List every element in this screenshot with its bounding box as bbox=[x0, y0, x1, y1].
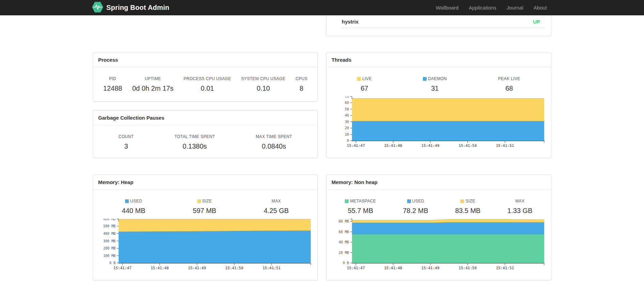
memory-heap-card: Memory: Heap USED 440 MB SIZE 597 MB MAX… bbox=[93, 174, 318, 280]
svg-text:15:41:51: 15:41:51 bbox=[496, 266, 514, 270]
stat-heap-used: USED 440 MB bbox=[122, 199, 145, 215]
svg-text:600 MB: 600 MB bbox=[103, 219, 116, 221]
top-navbar: Spring Boot Admin Wallboard Applications… bbox=[0, 0, 644, 15]
svg-text:100 MB: 100 MB bbox=[103, 254, 116, 258]
svg-text:15:41:48: 15:41:48 bbox=[384, 143, 402, 148]
stat-nonheap-used: USED 78.2 MB bbox=[403, 199, 428, 215]
svg-text:15:41:51: 15:41:51 bbox=[262, 266, 280, 270]
threads-chart: 70605040302010015:41:4715:41:4815:41:491… bbox=[326, 92, 551, 148]
svg-text:15:41:50: 15:41:50 bbox=[459, 143, 477, 148]
nav-link-wallboard[interactable]: Wallboard bbox=[431, 0, 464, 15]
heap-used-swatch bbox=[125, 199, 129, 203]
svg-text:30: 30 bbox=[345, 120, 349, 124]
gc-pauses-card: Garbage Collection Pauses COUNT 3 TOTAL … bbox=[93, 110, 318, 158]
navbar-links: Wallboard Applications Journal About bbox=[431, 0, 552, 15]
svg-text:15:41:50: 15:41:50 bbox=[225, 266, 243, 270]
stat-nonheap-size: SIZE 83.5 MB bbox=[455, 199, 480, 215]
memory-nonheap-card-title: Memory: Non heap bbox=[332, 179, 378, 185]
nonheap-size-swatch bbox=[460, 199, 464, 203]
svg-text:15:41:50: 15:41:50 bbox=[459, 266, 477, 270]
stat-system-cpu-usage: SYSTEM CPU USAGE 0.10 bbox=[241, 76, 286, 92]
navbar-brand[interactable]: Spring Boot Admin bbox=[92, 1, 169, 14]
gc-card-header: Garbage Collection Pauses bbox=[93, 110, 318, 125]
nav-link-about[interactable]: About bbox=[528, 0, 552, 15]
application-status-row: hystrix UP bbox=[342, 15, 544, 28]
svg-text:40: 40 bbox=[345, 113, 349, 117]
memory-nonheap-card-header: Memory: Non heap bbox=[326, 175, 551, 190]
svg-text:70: 70 bbox=[345, 96, 349, 98]
memory-nonheap-stats: METASPACE 55.7 MB USED 78.2 MB SIZE 83.5… bbox=[326, 190, 551, 215]
process-card: Process PID 12488 UPTIME 0d 0h 2m 17s PR… bbox=[93, 52, 318, 102]
stat-threads-live: LIVE 67 bbox=[357, 76, 372, 92]
svg-text:10: 10 bbox=[345, 133, 349, 136]
nonheap-used-swatch bbox=[407, 199, 411, 203]
svg-text:15:41:47: 15:41:47 bbox=[347, 143, 365, 148]
stat-gc-total-time: TOTAL TIME SPENT 0.1380s bbox=[174, 134, 215, 150]
memory-nonheap-card: Memory: Non heap METASPACE 55.7 MB USED … bbox=[326, 174, 551, 280]
threads-card: Threads LIVE 67 DAEMON 31 PEAK LIVE 68 7… bbox=[326, 52, 551, 158]
stat-gc-count: COUNT 3 bbox=[119, 134, 134, 150]
stat-process-cpu-usage: PROCESS CPU USAGE 0.01 bbox=[184, 76, 231, 92]
main-content: Process PID 12488 UPTIME 0d 0h 2m 17s PR… bbox=[93, 15, 551, 280]
threads-card-header: Threads bbox=[326, 52, 551, 67]
svg-text:300 MB: 300 MB bbox=[103, 239, 116, 243]
svg-text:15:41:51: 15:41:51 bbox=[496, 143, 514, 148]
threads-stats: LIVE 67 DAEMON 31 PEAK LIVE 68 bbox=[326, 67, 551, 92]
gc-stats: COUNT 3 TOTAL TIME SPENT 0.1380s MAX TIM… bbox=[93, 125, 318, 150]
svg-text:15:41:49: 15:41:49 bbox=[188, 266, 206, 270]
svg-text:0: 0 bbox=[347, 139, 349, 142]
left-column: Process PID 12488 UPTIME 0d 0h 2m 17s PR… bbox=[93, 15, 318, 280]
process-card-title: Process bbox=[98, 57, 118, 63]
svg-text:400 MB: 400 MB bbox=[103, 232, 116, 235]
stat-nonheap-metaspace: METASPACE 55.7 MB bbox=[345, 199, 376, 215]
application-status-card: hystrix UP bbox=[326, 15, 551, 36]
memory-heap-chart: 600 MB500 MB400 MB300 MB200 MB100 MB0 B1… bbox=[93, 215, 318, 271]
threads-card-title: Threads bbox=[332, 57, 351, 63]
stat-gc-max-time: MAX TIME SPENT 0.0840s bbox=[256, 134, 292, 150]
stat-cpus: CPUS 8 bbox=[295, 76, 307, 92]
svg-text:40 MB: 40 MB bbox=[339, 240, 349, 244]
svg-text:20: 20 bbox=[345, 126, 349, 130]
svg-text:60 MB: 60 MB bbox=[339, 230, 349, 234]
threads-live-swatch bbox=[357, 77, 361, 81]
nav-link-journal[interactable]: Journal bbox=[502, 0, 528, 15]
heap-size-swatch bbox=[197, 199, 201, 203]
svg-text:15:41:47: 15:41:47 bbox=[113, 266, 132, 270]
process-card-header: Process bbox=[93, 52, 318, 67]
stat-threads-peak-live: PEAK LIVE 68 bbox=[498, 76, 520, 92]
memory-heap-card-title: Memory: Heap bbox=[98, 179, 133, 185]
svg-text:0 B: 0 B bbox=[343, 261, 349, 265]
stat-heap-size: SIZE 597 MB bbox=[193, 199, 216, 215]
process-stats: PID 12488 UPTIME 0d 0h 2m 17s PROCESS CP… bbox=[93, 67, 318, 92]
svg-text:15:41:47: 15:41:47 bbox=[347, 266, 365, 270]
svg-text:60: 60 bbox=[345, 101, 349, 105]
svg-text:15:41:48: 15:41:48 bbox=[151, 266, 169, 270]
nav-link-applications[interactable]: Applications bbox=[464, 0, 502, 15]
svg-text:80 MB: 80 MB bbox=[339, 219, 349, 223]
spring-boot-admin-logo-icon bbox=[92, 1, 103, 14]
stat-heap-max: MAX 4.25 GB bbox=[264, 199, 289, 215]
application-name: hystrix bbox=[342, 19, 358, 25]
svg-text:50: 50 bbox=[345, 107, 349, 111]
stat-uptime: UPTIME 0d 0h 2m 17s bbox=[132, 76, 173, 92]
threads-daemon-swatch bbox=[423, 77, 427, 81]
application-status-badge: UP bbox=[533, 19, 540, 25]
gc-card-title: Garbage Collection Pauses bbox=[98, 115, 164, 121]
nonheap-metaspace-swatch bbox=[345, 199, 349, 203]
memory-heap-stats: USED 440 MB SIZE 597 MB MAX 4.25 GB bbox=[93, 190, 318, 215]
stat-nonheap-max: MAX 1.33 GB bbox=[507, 199, 532, 215]
brand-title: Spring Boot Admin bbox=[106, 4, 169, 12]
svg-text:15:41:48: 15:41:48 bbox=[384, 266, 402, 270]
right-column: hystrix UP Threads LIVE 67 DAEMON 31 PEA… bbox=[326, 15, 551, 280]
stat-threads-daemon: DAEMON 31 bbox=[423, 76, 447, 92]
svg-text:15:41:49: 15:41:49 bbox=[421, 266, 440, 270]
svg-text:20 MB: 20 MB bbox=[339, 251, 349, 255]
svg-text:500 MB: 500 MB bbox=[103, 224, 116, 228]
svg-text:15:41:49: 15:41:49 bbox=[421, 143, 440, 148]
stat-pid: PID 12488 bbox=[103, 76, 122, 92]
svg-text:0 B: 0 B bbox=[109, 261, 116, 265]
memory-heap-card-header: Memory: Heap bbox=[93, 175, 318, 190]
svg-text:200 MB: 200 MB bbox=[103, 246, 116, 250]
memory-nonheap-chart: 80 MB60 MB40 MB20 MB0 B15:41:4715:41:481… bbox=[326, 215, 551, 271]
